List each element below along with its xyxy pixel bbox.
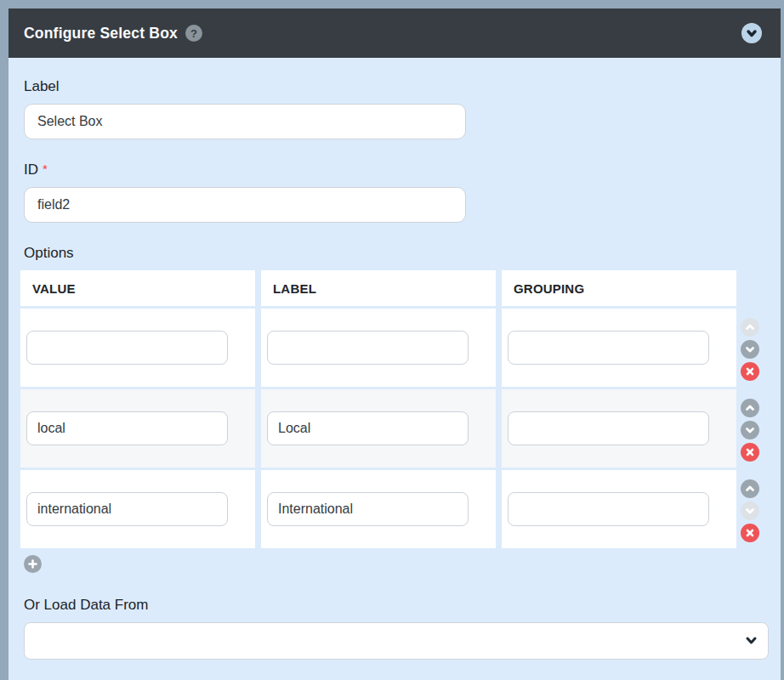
label-input[interactable]	[24, 104, 466, 139]
panel-body: Label ID* Options VALUE LABEL GROUPING	[9, 58, 781, 680]
column-header-label: LABEL	[261, 270, 496, 306]
option-value-input[interactable]	[26, 331, 228, 365]
options-table-area: VALUE LABEL GROUPING	[20, 270, 761, 573]
chevron-down-icon	[745, 506, 755, 516]
move-row-down-button[interactable]	[741, 340, 759, 359]
plus-icon	[28, 559, 37, 569]
row-controls	[741, 399, 759, 462]
chevron-up-icon	[745, 403, 755, 413]
collapse-panel-button[interactable]	[741, 23, 762, 43]
help-icon[interactable]: ?	[185, 25, 202, 42]
chevron-down-icon	[746, 27, 758, 39]
id-label-text: ID	[24, 162, 38, 178]
delete-row-button[interactable]	[741, 362, 759, 381]
column-header-grouping: GROUPING	[502, 270, 736, 306]
option-value-input[interactable]	[26, 492, 228, 526]
option-label-input[interactable]	[267, 411, 469, 445]
options-table-header: VALUE LABEL GROUPING	[20, 270, 736, 306]
option-grouping-input[interactable]	[508, 331, 709, 365]
delete-row-button[interactable]	[741, 443, 759, 462]
option-row	[20, 309, 736, 387]
load-data-select-wrap	[24, 622, 769, 660]
add-option-button[interactable]	[24, 555, 42, 573]
delete-row-button[interactable]	[741, 524, 759, 542]
option-grouping-input[interactable]	[508, 492, 709, 526]
option-label-input[interactable]	[267, 492, 469, 526]
option-label-input[interactable]	[267, 331, 469, 365]
id-field-label: ID*	[24, 162, 769, 178]
row-controls	[741, 479, 759, 542]
configure-select-box-panel: Configure Select Box ? Label ID* Options…	[9, 8, 781, 680]
move-row-up-button[interactable]	[741, 479, 759, 498]
id-input[interactable]	[24, 187, 466, 223]
move-row-up-button[interactable]	[741, 318, 759, 337]
row-controls	[741, 318, 759, 381]
load-data-select[interactable]	[24, 622, 769, 660]
delete-x-icon	[746, 529, 754, 537]
required-asterisk: *	[43, 162, 48, 176]
panel-header: Configure Select Box ?	[9, 8, 781, 58]
chevron-down-icon	[745, 425, 755, 435]
panel-title: Configure Select Box	[24, 25, 178, 42]
column-header-value: VALUE	[20, 270, 255, 306]
chevron-down-icon	[745, 344, 755, 354]
move-row-down-button[interactable]	[741, 502, 759, 520]
option-value-input[interactable]	[26, 411, 228, 445]
option-row	[20, 470, 736, 548]
move-row-up-button[interactable]	[741, 399, 759, 417]
label-field-label: Label	[24, 78, 769, 95]
options-table: VALUE LABEL GROUPING	[20, 270, 736, 548]
move-row-down-button[interactable]	[741, 421, 759, 439]
delete-x-icon	[746, 367, 754, 376]
delete-x-icon	[746, 448, 754, 456]
chevron-up-icon	[745, 484, 755, 494]
load-data-label: Or Load Data From	[24, 597, 769, 614]
chevron-up-icon	[745, 322, 755, 332]
option-grouping-input[interactable]	[508, 411, 709, 445]
options-label: Options	[24, 245, 769, 262]
option-row	[20, 389, 736, 468]
